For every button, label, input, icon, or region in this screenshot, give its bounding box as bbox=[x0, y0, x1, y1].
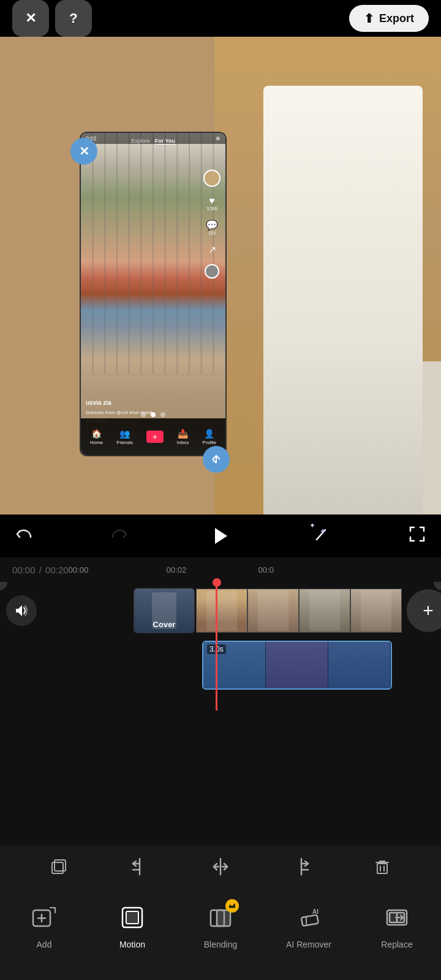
volume-button[interactable] bbox=[6, 595, 37, 626]
motion-nav-icon bbox=[115, 900, 149, 935]
redo-button[interactable] bbox=[110, 525, 129, 548]
replace-nav-icon bbox=[380, 900, 414, 935]
time-display: 00:00 / 00:20 bbox=[12, 565, 69, 575]
nav-item-ai-remover[interactable]: AI AI Remover bbox=[265, 897, 353, 949]
blending-nav-icon bbox=[203, 900, 238, 935]
svg-rect-14 bbox=[55, 860, 66, 871]
edit-toolbar bbox=[0, 845, 441, 888]
resize-handle[interactable] bbox=[203, 446, 230, 473]
tiktok-profile-icon: 👤 bbox=[204, 429, 214, 439]
svg-rect-43 bbox=[301, 915, 318, 926]
add-clip-icon: + bbox=[423, 600, 434, 621]
ai-remover-nav-icon: AI bbox=[292, 900, 326, 935]
svg-rect-42 bbox=[217, 910, 230, 926]
tiktok-inbox-icon: 📥 bbox=[178, 429, 188, 439]
ruler-mark-0: 00:00 bbox=[69, 565, 89, 575]
top-left-buttons: ✕ ? bbox=[12, 0, 92, 37]
tiktok-nav-home: 🏠 Home bbox=[90, 429, 103, 445]
replace-nav-label: Replace bbox=[381, 940, 412, 949]
svg-rect-33 bbox=[377, 864, 387, 873]
sub-clips bbox=[203, 642, 391, 688]
tiktok-like: ♥ 3,569 bbox=[206, 195, 217, 211]
tiktok-share: ↗ bbox=[208, 244, 216, 255]
preview-area: 0:02 Explore For You ⊕ ♥ 3,569 💬 233 bbox=[0, 37, 441, 514]
room-background bbox=[214, 37, 441, 514]
tiktok-inner: 0:02 Explore For You ⊕ ♥ 3,569 💬 233 bbox=[81, 133, 225, 455]
fullscreen-button[interactable] bbox=[408, 525, 426, 547]
delete-button[interactable] bbox=[366, 851, 398, 883]
overlay-close-button[interactable]: ✕ bbox=[70, 138, 97, 165]
bottom-nav: Add Motion Blending bbox=[0, 888, 441, 980]
undo-button[interactable] bbox=[15, 525, 33, 548]
help-button[interactable]: ? bbox=[55, 0, 92, 37]
ruler-mark-2: 00:0 bbox=[258, 565, 274, 575]
tiktok-username: usvia zia bbox=[86, 399, 111, 406]
clip-person-4 bbox=[351, 589, 401, 632]
time-separator: / bbox=[39, 565, 42, 575]
empty-area bbox=[0, 704, 441, 845]
playhead bbox=[216, 582, 217, 710]
add-nav-icon bbox=[27, 900, 61, 935]
clip-thumb-1[interactable] bbox=[196, 589, 247, 633]
cover-label: Cover bbox=[153, 620, 176, 629]
copy-button[interactable] bbox=[43, 851, 75, 883]
tiktok-dot-3 bbox=[160, 412, 165, 417]
playback-controls bbox=[0, 514, 441, 557]
split-left-button[interactable] bbox=[124, 851, 156, 883]
export-button[interactable]: ⬆ Export bbox=[349, 5, 429, 32]
svg-rect-13 bbox=[52, 862, 63, 873]
nav-item-motion[interactable]: Motion bbox=[88, 897, 176, 949]
clip-person-1 bbox=[197, 589, 247, 632]
svg-marker-12 bbox=[215, 528, 227, 544]
clips-strip: + bbox=[196, 588, 441, 633]
tiktok-home-icon: 🏠 bbox=[91, 429, 102, 439]
close-button[interactable]: ✕ bbox=[12, 0, 49, 37]
tiktok-overlay[interactable]: 0:02 Explore For You ⊕ ♥ 3,569 💬 233 bbox=[80, 132, 227, 456]
tiktok-right-actions: ♥ 3,569 💬 233 ↗ bbox=[203, 170, 221, 279]
tiktok-nav-friends: 👥 Friends bbox=[116, 429, 133, 445]
nav-item-replace[interactable]: Replace bbox=[353, 897, 441, 949]
sub-clip-3 bbox=[328, 642, 391, 688]
export-label: Export bbox=[379, 12, 414, 25]
tiktok-explore: Explore bbox=[131, 138, 150, 145]
nav-item-blending[interactable]: Blending bbox=[176, 897, 265, 949]
magic-button[interactable] bbox=[313, 525, 331, 547]
sub-track[interactable]: 3.0s bbox=[202, 641, 392, 690]
tiktok-comment: 💬 233 bbox=[206, 219, 218, 235]
total-time: 00:20 bbox=[45, 565, 69, 575]
tiktok-bottom-nav: 🏠 Home 👥 Friends + 📥 Inbox 👤 Profile bbox=[81, 418, 225, 455]
tiktok-nav-inbox: 📥 Inbox bbox=[177, 429, 189, 445]
clip-thumb-4[interactable] bbox=[350, 589, 402, 633]
tiktok-progress bbox=[81, 412, 225, 417]
cover-clip[interactable]: Cover bbox=[134, 588, 195, 633]
tiktok-add-button[interactable]: + bbox=[146, 431, 164, 443]
clip-thumb-3[interactable] bbox=[299, 589, 350, 633]
current-time: 00:00 bbox=[12, 565, 36, 575]
top-bar: ✕ ? ⬆ Export bbox=[0, 0, 441, 37]
woman-figure bbox=[263, 86, 423, 514]
split-button[interactable] bbox=[205, 851, 236, 883]
nav-item-add[interactable]: Add bbox=[0, 897, 88, 949]
tiktok-vinyl bbox=[205, 264, 219, 279]
tiktok-search-bar: Explore For You bbox=[131, 138, 175, 145]
ruler-mark-1: 00:02 bbox=[167, 565, 187, 575]
clip-person-3 bbox=[300, 589, 350, 632]
split-right-button[interactable] bbox=[285, 851, 317, 883]
motion-nav-label: Motion bbox=[119, 940, 145, 949]
play-button[interactable] bbox=[205, 521, 236, 551]
tiktok-dot-1 bbox=[141, 412, 146, 417]
timeline-ruler: 00:00 00:02 00:0 bbox=[69, 557, 441, 582]
sub-clip-2 bbox=[266, 642, 328, 688]
tiktok-friends-icon: 👥 bbox=[119, 429, 130, 439]
clip-thumb-2[interactable] bbox=[247, 589, 299, 633]
blending-nav-label: Blending bbox=[204, 940, 238, 949]
add-clip-button[interactable]: + bbox=[407, 589, 441, 632]
tiktok-for-you: For You bbox=[155, 138, 175, 145]
svg-rect-40 bbox=[126, 911, 138, 924]
blending-badge bbox=[225, 899, 239, 913]
sub-track-arrow-left[interactable]: ‹ bbox=[0, 582, 7, 590]
export-icon: ⬆ bbox=[364, 11, 374, 26]
tiktok-avatar bbox=[203, 170, 221, 187]
ai-remover-nav-label: AI Remover bbox=[286, 940, 331, 949]
track-area: Cover + bbox=[0, 582, 441, 704]
